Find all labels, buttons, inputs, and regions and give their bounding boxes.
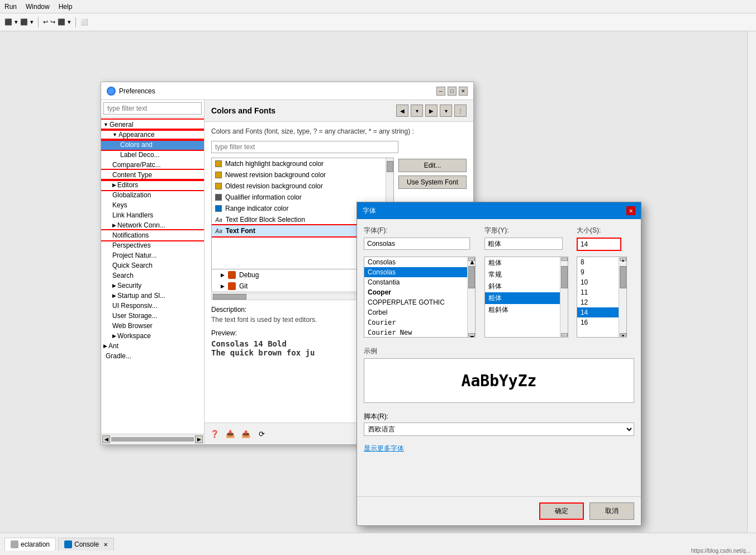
maximize-button[interactable]: □ xyxy=(448,87,457,96)
font-item-newest[interactable]: Newest revision background color xyxy=(212,169,393,181)
font-listbox-item-4[interactable]: COPPERPLATE GOTHIC xyxy=(364,297,475,307)
tree-filter-input[interactable] xyxy=(103,102,202,115)
tree-item-globalization[interactable]: Globalization xyxy=(101,190,204,200)
toolbar-icon-2[interactable]: ▾ xyxy=(15,18,18,26)
menu-window[interactable]: Window xyxy=(26,3,50,11)
font-size-scrollbar[interactable]: ▲ ▼ xyxy=(619,257,626,337)
tree-label-security: Security xyxy=(117,282,141,290)
font-style-scrollbar-thumb[interactable] xyxy=(561,266,568,288)
tree-item-compare[interactable]: Compare/Patc... xyxy=(101,160,204,170)
scroll-left-btn[interactable]: ◀ xyxy=(102,435,110,443)
tree-item-web-browser[interactable]: Web Browser xyxy=(101,321,204,331)
tree-item-workspace[interactable]: ▶ Workspace xyxy=(101,331,204,341)
export-icon[interactable]: 📤 xyxy=(240,428,251,439)
menu-run[interactable]: Run xyxy=(4,3,17,11)
font-listbox-item-5[interactable]: Corbel xyxy=(364,307,475,317)
tree-item-user-storage[interactable]: User Storage... xyxy=(101,311,204,321)
tree-item-gradle[interactable]: Gradle... xyxy=(101,351,204,361)
scroll-right-btn[interactable]: ▶ xyxy=(195,435,203,443)
toolbar-icon-6[interactable]: ↪ xyxy=(50,18,55,26)
import-icon[interactable]: 📥 xyxy=(225,428,236,439)
font-style-item-4[interactable]: 粗斜体 xyxy=(485,304,568,316)
use-system-font-button[interactable]: Use System Font xyxy=(398,175,467,189)
tree-item-notifications[interactable]: Notifications xyxy=(101,230,204,240)
font-listbox-item-2[interactable]: Constantia xyxy=(364,277,475,287)
nav-back-btn[interactable]: ◀ xyxy=(396,105,408,117)
font-style-item-1[interactable]: 常规 xyxy=(485,269,568,281)
tree-label-startup: Startup and Sl... xyxy=(117,292,165,300)
font-style-item-2[interactable]: 斜体 xyxy=(485,281,568,292)
font-style-item-0[interactable]: 粗体 xyxy=(485,257,568,269)
tree-label-user-storage: User Storage... xyxy=(112,312,158,320)
font-style-input[interactable] xyxy=(484,238,563,250)
font-listbox-item-1[interactable]: Consolas xyxy=(364,267,475,277)
tab-console[interactable]: Console ✕ xyxy=(58,538,114,551)
font-item-label-match: Match highlight background color xyxy=(225,160,324,168)
tree-item-link-handlers[interactable]: Link Handlers xyxy=(101,210,204,220)
font-dialog-close-button[interactable]: ✕ xyxy=(626,206,635,215)
font-name-scrollbar-thumb[interactable] xyxy=(468,266,475,288)
nav-dropdown-btn[interactable]: ▾ xyxy=(411,105,423,117)
help-icon[interactable]: ❓ xyxy=(209,428,220,439)
edit-button[interactable]: Edit... xyxy=(398,159,467,172)
tree-item-quick-search[interactable]: Quick Search xyxy=(101,260,204,271)
font-item-oldest[interactable]: Oldest revision background color xyxy=(212,181,393,192)
tree-item-label-deco[interactable]: Label Deco... xyxy=(101,150,204,160)
toolbar-icon-4[interactable]: ▾ xyxy=(30,18,34,26)
tree-item-network[interactable]: ▶ Network Conn... xyxy=(101,220,204,230)
minimize-button[interactable]: ─ xyxy=(436,87,445,96)
tree-item-editors[interactable]: ▶ Editors xyxy=(101,180,204,190)
show-more-fonts-link[interactable]: 显示更多字体 xyxy=(364,444,634,453)
tree-item-startup[interactable]: ▶ Startup and Sl... xyxy=(101,291,204,301)
font-size-input[interactable] xyxy=(577,238,621,251)
font-style-scrollbar[interactable] xyxy=(560,257,568,337)
list-scrollbar-thumb[interactable] xyxy=(387,161,393,172)
font-item-label-oldest: Oldest revision background color xyxy=(225,182,323,190)
tree-item-colors-and[interactable]: Colors and xyxy=(101,140,204,150)
revert-icon[interactable]: ⟳ xyxy=(256,428,267,439)
toolbar-icon-8[interactable]: ▾ xyxy=(68,18,71,26)
menu-help[interactable]: Help xyxy=(59,3,73,11)
font-style-listbox[interactable]: 粗体 常规 斜体 粗体 粗斜体 xyxy=(484,257,568,338)
toolbar-icon-3[interactable]: ⬛ xyxy=(20,18,28,26)
main-filter-input[interactable] xyxy=(211,141,398,153)
font-name-listbox[interactable]: Consolas Consolas Constantia Cooper COPP… xyxy=(364,257,476,338)
font-listbox-item-7[interactable]: Courier New xyxy=(364,328,475,338)
tree-item-perspectives[interactable]: Perspectives xyxy=(101,240,204,250)
font-item-qualifier[interactable]: Qualifier information color xyxy=(212,192,393,203)
toolbar-icon-1[interactable]: ⬛ xyxy=(4,18,12,26)
bottom-tab-bar: eclaration Console ✕ xyxy=(0,533,756,555)
nav-dropdown2-btn[interactable]: ▾ xyxy=(440,105,452,117)
tree-item-project-nature[interactable]: Project Natur... xyxy=(101,250,204,260)
tree-item-ant[interactable]: ▶ Ant xyxy=(101,341,204,351)
close-button[interactable]: ✕ xyxy=(459,87,468,96)
tree-item-content-type[interactable]: Content Type xyxy=(101,170,204,180)
nav-more-btn[interactable]: ⋮ xyxy=(454,105,467,117)
font-size-listbox[interactable]: 8 9 10 11 12 14 16 ▲ ▼ xyxy=(577,257,627,338)
font-name-scrollbar[interactable]: ▲ ▼ xyxy=(467,257,475,337)
h-scrollbar-thumb[interactable] xyxy=(213,294,246,300)
nav-forward-btn[interactable]: ▶ xyxy=(425,105,438,117)
font-style-item-3[interactable]: 粗体 xyxy=(485,292,568,304)
font-listbox-item-3[interactable]: Cooper xyxy=(364,287,475,297)
tree-item-keys[interactable]: Keys xyxy=(101,200,204,210)
tree-item-search[interactable]: Search xyxy=(101,271,204,281)
font-listbox-item-6[interactable]: Courier xyxy=(364,317,475,328)
font-script-select[interactable]: 西欧语言 xyxy=(364,423,634,436)
font-cancel-button[interactable]: 取消 xyxy=(589,502,634,520)
toolbar-icon-7[interactable]: ⬛ xyxy=(58,18,65,26)
font-item-match[interactable]: Match highlight background color xyxy=(212,158,393,169)
toolbar-icon-5[interactable]: ↩ xyxy=(43,18,48,26)
font-size-scrollbar-thumb[interactable] xyxy=(620,266,626,288)
font-ok-button[interactable]: 确定 xyxy=(539,502,584,520)
tree-item-general[interactable]: ▼ General xyxy=(101,120,204,130)
tab-console-close-icon[interactable]: ✕ xyxy=(103,542,108,548)
toolbar-icon-9[interactable]: ⬜ xyxy=(80,18,88,26)
font-listbox-item-0[interactable]: Consolas xyxy=(364,257,475,267)
tree-item-ui-responsive[interactable]: UI Responsiv... xyxy=(101,301,204,311)
font-name-input[interactable] xyxy=(364,238,470,250)
tree-item-security[interactable]: ▶ Security xyxy=(101,281,204,291)
toolbar: ⬛ ▾ ⬛ ▾ ↩ ↪ ⬛ ▾ ⬜ xyxy=(0,13,756,31)
tree-item-appearance[interactable]: ▼ Appearance xyxy=(101,130,204,140)
tab-declaration[interactable]: eclaration xyxy=(4,538,56,551)
